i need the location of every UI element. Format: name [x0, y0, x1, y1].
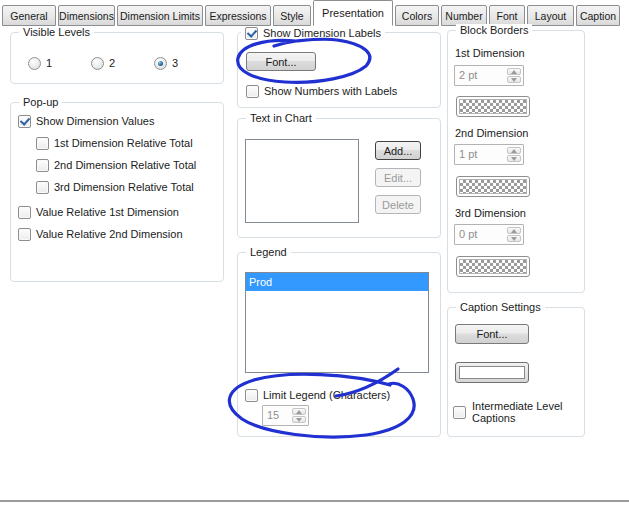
- first-dimension-label: 1st Dimension: [455, 47, 525, 59]
- second-dimension-width-spinner: 1 pt: [454, 144, 524, 165]
- checkbox-intermediate-level-captions[interactable]: Intermediate Level Captions: [453, 400, 573, 424]
- checkbox-1st-dimension-relative-total[interactable]: 1st Dimension Relative Total: [36, 136, 193, 150]
- first-dimension-border-style-button[interactable]: [456, 96, 530, 117]
- tab-expressions[interactable]: Expressions: [205, 5, 271, 26]
- legend-title: Legend: [246, 246, 291, 259]
- spin-down-icon: [507, 76, 521, 83]
- spinner-buttons: [292, 408, 306, 423]
- second-dimension-width-value: 1 pt: [459, 148, 477, 160]
- dimension-labels-font-button[interactable]: Font...: [246, 52, 316, 71]
- checkbox-icon[interactable]: [246, 85, 259, 98]
- caption-color-button[interactable]: [455, 362, 529, 383]
- checkbox-show-dimension-labels[interactable]: Show Dimension Labels: [241, 26, 385, 40]
- checkbox-label: Show Dimension Values: [36, 115, 154, 127]
- checkbox-show-numbers-with-labels[interactable]: Show Numbers with Labels: [246, 84, 397, 98]
- checkbox-icon[interactable]: [245, 389, 258, 402]
- text-in-chart-listbox[interactable]: [245, 139, 359, 223]
- checkbox-value-relative-2nd-dimension[interactable]: Value Relative 2nd Dimension: [18, 227, 183, 241]
- tab-caption[interactable]: Caption: [576, 5, 620, 26]
- legend-item-prod[interactable]: Prod: [246, 273, 428, 291]
- add-button[interactable]: Add...: [375, 141, 421, 160]
- border-pattern-swatch: [459, 99, 527, 114]
- second-dimension-border-style-button[interactable]: [456, 176, 530, 197]
- spin-up-icon: [507, 68, 521, 75]
- edit-button: Edit...: [375, 168, 421, 187]
- checkbox-show-dimension-values[interactable]: Show Dimension Values: [18, 114, 154, 128]
- tab-colors[interactable]: Colors: [395, 5, 439, 26]
- spin-up-icon: [292, 408, 306, 415]
- radio-icon[interactable]: [91, 57, 104, 70]
- radio-visible-level-2[interactable]: 2: [91, 56, 115, 70]
- checkbox-label: Value Relative 1st Dimension: [36, 206, 179, 218]
- text-in-chart-title: Text in Chart: [246, 112, 316, 125]
- tab-dimension-limits[interactable]: Dimension Limits: [117, 5, 203, 26]
- checkbox-label: Show Dimension Labels: [263, 27, 381, 39]
- block-borders-title: Block Borders: [456, 24, 532, 37]
- tab-presentation[interactable]: Presentation: [313, 0, 393, 26]
- radio-selected-icon[interactable]: [154, 57, 167, 70]
- spin-down-icon: [507, 235, 521, 242]
- checkbox-label: Show Numbers with Labels: [264, 85, 397, 97]
- border-pattern-swatch: [459, 259, 527, 274]
- caption-font-button[interactable]: Font...: [455, 324, 529, 344]
- border-pattern-swatch: [459, 179, 527, 194]
- checkbox-icon[interactable]: [453, 406, 466, 419]
- tab-bar: General Dimensions Dimension Limits Expr…: [2, 0, 620, 26]
- checkbox-label: 2nd Dimension Relative Total: [54, 159, 196, 171]
- first-dimension-width-spinner: 2 pt: [454, 65, 524, 86]
- checkbox-icon[interactable]: [18, 206, 31, 219]
- checkbox-2nd-dimension-relative-total[interactable]: 2nd Dimension Relative Total: [36, 158, 196, 172]
- third-dimension-label: 3rd Dimension: [455, 207, 526, 219]
- tab-font[interactable]: Font: [489, 5, 525, 26]
- spin-up-icon: [507, 227, 521, 234]
- spin-down-icon: [507, 155, 521, 162]
- radio-label: 2: [109, 57, 115, 69]
- checkbox-label: Limit Legend (Characters): [263, 389, 390, 401]
- tab-dimensions[interactable]: Dimensions: [58, 5, 115, 26]
- limit-legend-spinner: 15: [262, 405, 309, 426]
- radio-label: 3: [172, 57, 178, 69]
- caption-settings-title: Caption Settings: [456, 301, 545, 314]
- checkbox-value-relative-1st-dimension[interactable]: Value Relative 1st Dimension: [18, 205, 179, 219]
- visible-levels-title: Visible Levels: [19, 26, 94, 39]
- delete-button: Delete: [375, 195, 421, 214]
- checkbox-icon[interactable]: [18, 228, 31, 241]
- legend-listbox[interactable]: Prod: [245, 272, 429, 373]
- third-dimension-width-spinner: 0 pt: [454, 224, 524, 245]
- radio-icon[interactable]: [28, 57, 41, 70]
- caption-color-swatch: [459, 366, 525, 379]
- checkbox-label: Value Relative 2nd Dimension: [36, 228, 183, 240]
- checkbox-label: 1st Dimension Relative Total: [54, 137, 193, 149]
- spin-down-icon: [292, 416, 306, 423]
- presentation-properties-dialog: General Dimensions Dimension Limits Expr…: [0, 0, 629, 505]
- tab-number[interactable]: Number: [441, 5, 487, 26]
- tab-general[interactable]: General: [2, 5, 56, 26]
- checkbox-checked-icon[interactable]: [245, 27, 258, 40]
- bottom-divider: [0, 500, 629, 502]
- limit-legend-value: 15: [267, 409, 279, 421]
- radio-label: 1: [46, 57, 52, 69]
- checkbox-3rd-dimension-relative-total[interactable]: 3rd Dimension Relative Total: [36, 180, 194, 194]
- checkbox-limit-legend[interactable]: Limit Legend (Characters): [245, 388, 390, 402]
- popup-title: Pop-up: [19, 96, 62, 109]
- checkbox-checked-icon[interactable]: [18, 115, 31, 128]
- radio-visible-level-3[interactable]: 3: [154, 56, 178, 70]
- radio-visible-level-1[interactable]: 1: [28, 56, 52, 70]
- second-dimension-label: 2nd Dimension: [455, 127, 528, 139]
- checkbox-label: Intermediate Level Captions: [472, 400, 566, 424]
- first-dimension-width-value: 2 pt: [459, 69, 477, 81]
- third-dimension-width-value: 0 pt: [459, 228, 477, 240]
- checkbox-icon[interactable]: [36, 181, 49, 194]
- checkbox-icon[interactable]: [36, 137, 49, 150]
- spin-up-icon: [507, 147, 521, 154]
- checkbox-label: 3rd Dimension Relative Total: [54, 181, 194, 193]
- checkbox-icon[interactable]: [36, 159, 49, 172]
- tab-style[interactable]: Style: [273, 5, 311, 26]
- third-dimension-border-style-button[interactable]: [456, 256, 530, 277]
- tab-layout[interactable]: Layout: [527, 5, 574, 26]
